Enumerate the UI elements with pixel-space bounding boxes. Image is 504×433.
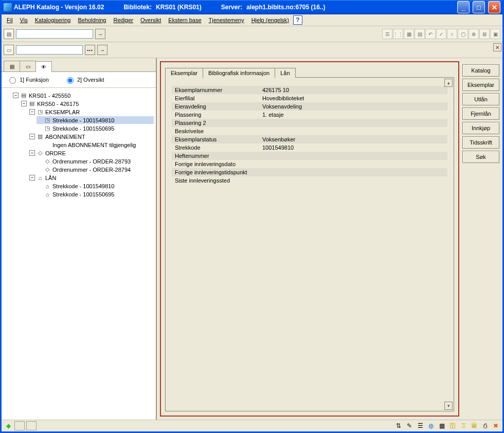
tree-node-abonnement[interactable]: −▥ABONNEMENT	[28, 133, 154, 140]
statusbar: ◆ ⇅ ✎ ☰ ◍ ▦ ⚿ ♖ 🏛 ⎙ ✖	[2, 420, 502, 431]
tree-leaf-ex1-selected[interactable]: ◳Strekkode - 1001549810	[37, 116, 154, 124]
search-input-1[interactable]	[16, 29, 93, 39]
maximize-button[interactable]: □	[473, 1, 485, 13]
left-tab-3-selected[interactable]: 👁	[35, 61, 52, 72]
tool-icon-r3[interactable]: ▦	[404, 29, 414, 39]
detail-value: Voksenavdeling	[259, 102, 447, 111]
tree-node-krs50[interactable]: −▤KRS50 - 426175	[20, 100, 154, 107]
app-window: ALEPH Katalog - Versjon 16.02 Bibliotek:…	[0, 0, 504, 433]
btn-utlaan[interactable]: Utlån	[462, 93, 499, 105]
tab-bibliografisk[interactable]: Bibliografisk informasjon	[203, 68, 275, 78]
tool-icon-r5[interactable]: ↶	[425, 29, 436, 39]
btn-tidsskrift[interactable]: Tidsskrift	[462, 136, 499, 149]
tree-leaf-ordre2[interactable]: ◇Ordrenummer - ORDER-28794	[37, 166, 154, 173]
tree-node-laan[interactable]: −⌂LÅN	[28, 174, 154, 182]
tool-icon-r2[interactable]: ⋮⋮	[393, 29, 403, 39]
tool-icon-r1[interactable]: ☰	[382, 29, 392, 39]
detail-value: 1. etasje	[259, 111, 447, 119]
detail-content: ▴ ▾ Eksemplarnummer426175 10EierfilialHo…	[165, 77, 454, 411]
title-server-label: Server:	[221, 4, 242, 11]
btn-fjernlaan[interactable]: Fjernlån	[462, 107, 499, 120]
status-icon-tree[interactable]: ☰	[416, 421, 425, 430]
pane-close-icon[interactable]: ✕	[493, 43, 501, 51]
detail-value	[259, 168, 447, 176]
minimize-button[interactable]: _	[457, 1, 470, 13]
btn-sok[interactable]: Søk	[462, 151, 499, 163]
toolbar-icon-2[interactable]: ▭	[4, 45, 14, 55]
menu-hjelp[interactable]: Hjelp (engelsk)	[248, 16, 292, 24]
status-icon-printer[interactable]: ⎙	[480, 421, 490, 430]
btn-innkjop[interactable]: Innkjøp	[462, 122, 499, 134]
detail-label: Plassering	[172, 111, 259, 119]
scroll-up-icon[interactable]: ▴	[444, 79, 453, 87]
btn-eksemplar[interactable]: Eksemplar	[462, 79, 499, 91]
tree-view[interactable]: −▤KRS01 - 425550 −▤KRS50 - 426175 −◳EKSE…	[2, 88, 156, 420]
status-icon-globe[interactable]: ◍	[426, 421, 436, 430]
left-tab-1[interactable]: ▤	[4, 61, 20, 71]
tree-node-ordre[interactable]: −◇ORDRE	[28, 149, 154, 157]
tool-icon-r8[interactable]: ▢	[458, 29, 468, 39]
detail-value: Hovedbiblioteket	[259, 94, 447, 102]
tree-node-eksemplar[interactable]: −◳EKSEMPLAR	[28, 108, 154, 116]
status-icon-exit[interactable]: ✖	[491, 421, 500, 430]
status-icon-key[interactable]: ⚿	[448, 421, 457, 430]
go-button-1[interactable]: →	[95, 29, 105, 39]
go-button-2[interactable]: →	[97, 45, 107, 55]
left-tab-2[interactable]: ▭	[20, 61, 36, 71]
menu-beholdning[interactable]: Beholdning	[75, 16, 109, 24]
radio-funksjon[interactable]: 1] Funksjon	[7, 76, 49, 84]
status-icon-calculator[interactable]: ▦	[437, 421, 446, 430]
tool-icon-r7[interactable]: ⎀	[447, 29, 457, 39]
detail-label: Eksemplarstatus	[172, 135, 259, 143]
search-input-2[interactable]	[16, 45, 83, 55]
radio-oversikt[interactable]: 2] Oversikt	[64, 76, 104, 84]
tree-leaf-ex2[interactable]: ◳Strekkode - 1001550695	[37, 124, 154, 132]
browse-button[interactable]: •••	[85, 45, 95, 55]
detail-label: Eieravdeling	[172, 102, 259, 111]
tree-leaf-laan2[interactable]: ⌂Strekkode - 1001550695	[37, 190, 154, 198]
tool-icon-r10[interactable]: ⊠	[479, 29, 490, 39]
title-server-value: aleph1.bibits.no:6705 (16..)	[246, 4, 325, 11]
detail-value: 426175 10	[259, 86, 447, 94]
title-library-label: Bibliotek:	[123, 4, 152, 11]
body-area: ▤ ▭ 👁 1] Funksjon 2] Oversikt −▤KRS01 - …	[2, 58, 502, 420]
tool-icon-r4[interactable]: ▤	[415, 29, 425, 39]
detail-value	[259, 160, 447, 168]
help-icon[interactable]: ?	[293, 15, 302, 25]
toolbar-row-2: ▭ ••• → ✕	[2, 42, 502, 58]
menu-vis[interactable]: Vis	[17, 16, 31, 24]
menu-oversikt[interactable]: Oversikt	[137, 16, 164, 24]
menu-rediger[interactable]: Rediger	[110, 16, 136, 24]
app-icon	[4, 3, 12, 11]
detail-value	[259, 152, 447, 160]
detail-label: Forrige innleveringsdato	[172, 160, 259, 168]
tool-icon-r11[interactable]: ▣	[490, 29, 500, 39]
left-tab-strip: ▤ ▭ 👁	[2, 58, 156, 72]
tab-eksemplar[interactable]: Eksemplar	[165, 68, 203, 78]
toolbar-row-1: ▤ → ☰ ⋮⋮ ▦ ▤ ↶ ✓ ⎀ ▢ ⊗ ⊠ ▣	[2, 26, 502, 42]
menu-ekstern-base[interactable]: Ekstern base	[165, 16, 204, 24]
close-button[interactable]: ✕	[488, 1, 500, 13]
titlebar: ALEPH Katalog - Versjon 16.02 Bibliotek:…	[2, 0, 502, 14]
menu-katalogisering[interactable]: Katalogisering	[32, 16, 74, 24]
tab-laan[interactable]: Lån	[275, 68, 295, 78]
detail-value	[259, 119, 447, 127]
scroll-down-icon[interactable]: ▾	[444, 402, 453, 410]
status-icon-arrows[interactable]: ⇅	[394, 421, 403, 430]
menu-tjenestemeny[interactable]: Tjenestemeny	[206, 16, 247, 24]
tool-icon-r6[interactable]: ✓	[436, 29, 446, 39]
detail-value	[259, 176, 447, 185]
toolbar-icon-1[interactable]: ▤	[4, 29, 14, 39]
status-icon-building[interactable]: 🏛	[470, 421, 479, 430]
tree-leaf-abonnement-none[interactable]: Ingen ABONNEMENT tilgjengelig	[37, 141, 154, 149]
tree-leaf-laan1[interactable]: ⌂Strekkode - 1001549810	[37, 182, 154, 190]
btn-katalog[interactable]: Katalog	[462, 64, 499, 77]
radio-row: 1] Funksjon 2] Oversikt	[2, 72, 156, 88]
status-icon-tower[interactable]: ♖	[459, 421, 468, 430]
status-icon-wand[interactable]: ✎	[405, 421, 414, 430]
detail-label: Heftenummer	[172, 152, 259, 160]
tool-icon-r9[interactable]: ⊗	[469, 29, 479, 39]
menu-fil[interactable]: Fil	[4, 16, 16, 24]
tree-leaf-ordre1[interactable]: ◇Ordrenummer - ORDER-28793	[37, 157, 154, 165]
tree-root[interactable]: −▤KRS01 - 425550	[12, 92, 154, 99]
